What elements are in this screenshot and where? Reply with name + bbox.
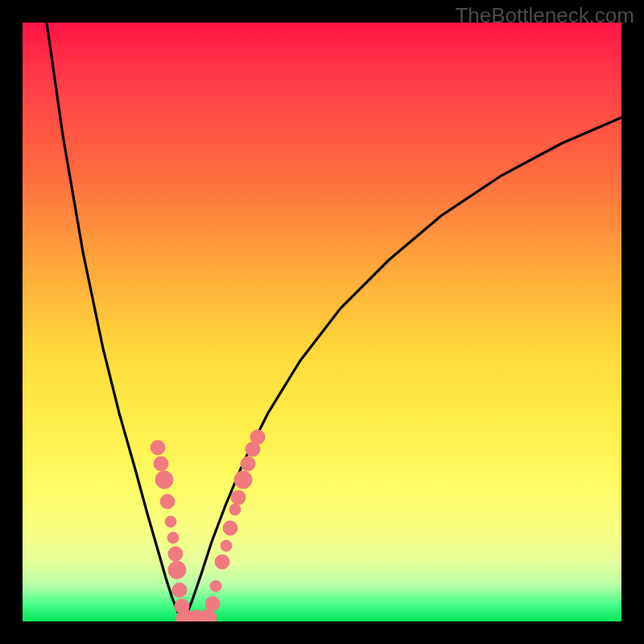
data-marker: [250, 430, 265, 444]
data-marker: [154, 456, 168, 471]
data-marker: [151, 440, 165, 455]
data-marker: [168, 561, 186, 579]
data-marker: [167, 532, 179, 543]
data-marker: [241, 456, 255, 471]
data-marker: [229, 504, 241, 515]
data-marker: [165, 516, 176, 527]
data-marker: [168, 547, 183, 561]
markers-group: [151, 430, 265, 621]
data-marker: [234, 471, 252, 489]
outer-frame: TheBottleneck.com: [0, 0, 644, 644]
data-marker: [172, 583, 187, 597]
plot-area: [23, 23, 621, 621]
curve-right-branch: [184, 118, 621, 621]
chart-svg: [23, 23, 621, 621]
data-marker: [223, 521, 237, 535]
curve-left-branch: [47, 23, 184, 621]
data-marker: [215, 555, 229, 569]
data-marker: [231, 490, 246, 505]
data-marker: [155, 471, 173, 489]
data-marker: [160, 494, 175, 509]
data-marker: [210, 580, 221, 592]
data-marker: [221, 540, 232, 551]
data-marker: [205, 597, 220, 611]
